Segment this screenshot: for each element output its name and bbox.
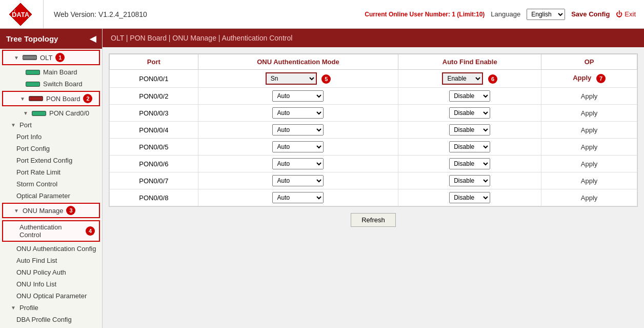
auth-mode-select[interactable]: SnAutoPasswordSn+Password — [272, 175, 324, 186]
apply-button-row2[interactable]: Apply — [581, 92, 598, 100]
sidebar-item-port[interactable]: ▼ Port — [0, 119, 102, 131]
sidebar-item-port-rate-limit[interactable]: Port Rate Limit — [0, 166, 102, 178]
table-row: PON0/0/4 SnAutoPasswordSn+Password Enabl… — [110, 122, 637, 139]
apply-button-row7[interactable]: Apply — [581, 177, 598, 185]
onu-auth-config-label: ONU Authentication Config — [16, 245, 96, 253]
apply-button-row5[interactable]: Apply — [581, 143, 598, 151]
apply-button-row4[interactable]: Apply — [581, 126, 598, 134]
refresh-button[interactable]: Refresh — [351, 213, 396, 227]
profile-expander: ▼ — [10, 305, 16, 311]
sidebar-item-onu-auth-config[interactable]: ONU Authentication Config — [0, 243, 102, 255]
apply-button-row1[interactable]: Apply — [573, 74, 591, 82]
onu-manage-expander: ▼ — [13, 208, 19, 214]
auto-find-cell: EnableDisable — [398, 189, 541, 206]
sidebar-item-storm-control[interactable]: Storm Control — [0, 178, 102, 190]
op-cell: Apply — [541, 189, 637, 206]
pon-board-badge: 2 — [83, 94, 92, 103]
sidebar-title: Tree Topology — [6, 34, 58, 43]
port-cell: PON0/0/4 — [110, 122, 198, 139]
collapse-arrow-icon[interactable]: ◀ — [90, 34, 96, 44]
sidebar-item-onu-policy-auth[interactable]: ONU Policy Auth — [0, 266, 102, 278]
sidebar-item-profile[interactable]: ▼ Profile — [0, 302, 102, 314]
breadcrumb-text: OLT | PON Board | ONU Manage | Authentic… — [111, 34, 292, 42]
port-cell: PON0/0/7 — [110, 172, 198, 189]
port-rate-label: Port Rate Limit — [16, 168, 61, 176]
auth-mode-select[interactable]: SnAutoPasswordSn+Password — [272, 192, 324, 203]
sidebar-item-onu-optical-param[interactable]: ONU Optical Parameter — [0, 290, 102, 302]
sidebar-item-port-extend-config[interactable]: Port Extend Config — [0, 155, 102, 166]
sidebar-item-port-config[interactable]: Port Config — [0, 143, 102, 155]
sidebar-item-dba-profile[interactable]: DBA Profile Config — [0, 314, 102, 325]
auth-mode-select[interactable]: Sn Auto Password Sn+Password — [266, 72, 317, 85]
apply-button-row8[interactable]: Apply — [581, 194, 598, 202]
sidebar-item-pon-card[interactable]: ▼ PON Card0/0 — [0, 107, 102, 119]
online-prefix: Current Online User Number: — [365, 11, 450, 18]
expand-icon: ▼ — [23, 110, 29, 116]
auto-find-select[interactable]: EnableDisable — [449, 90, 490, 102]
pon-board-label: PON Board — [46, 95, 80, 103]
sidebar-item-switch-board[interactable]: Switch Board — [0, 78, 102, 90]
badge-7: 7 — [596, 74, 606, 83]
port-config-label: Port Config — [16, 145, 50, 152]
col-header-auto-find: Auto Find Enable — [398, 54, 541, 70]
port-cell: PON0/0/5 — [110, 139, 198, 156]
auth-table: Port ONU Authentication Mode Auto Find E… — [109, 54, 637, 206]
auto-find-select[interactable]: EnableDisable — [449, 107, 490, 119]
auto-find-select[interactable]: EnableDisable — [449, 192, 490, 203]
op-cell: Apply — [541, 139, 637, 156]
language-select[interactable]: English Chinese — [527, 9, 565, 20]
optical-parameter-label: Optical Parameter — [16, 192, 70, 200]
table-body: PON0/0/1 Sn Auto Password Sn+Password 5 — [110, 70, 637, 206]
sidebar-item-pon-board[interactable]: ▼ PON Board 2 — [2, 91, 100, 106]
onu-policy-auth-label: ONU Policy Auth — [16, 268, 66, 276]
auth-table-container: Port ONU Authentication Mode Auto Find E… — [109, 53, 638, 207]
sidebar-item-auto-find-list[interactable]: Auto Find List — [0, 255, 102, 266]
auth-mode-select[interactable]: SnAutoPasswordSn+Password — [272, 90, 324, 102]
auth-mode-select[interactable]: SnAutoPasswordSn+Password — [272, 158, 324, 169]
auto-find-select[interactable]: EnableDisable — [449, 175, 490, 186]
auth-mode-cell: Sn Auto Password Sn+Password 5 — [198, 70, 398, 88]
sidebar-item-onu-info-list[interactable]: ONU Info List — [0, 278, 102, 290]
online-limit: (Limit:10) — [457, 11, 485, 18]
sidebar-item-port-info[interactable]: Port Info — [0, 131, 102, 143]
main-board-icon — [26, 70, 40, 75]
sidebar-item-auth-control[interactable]: Authentication Control 4 — [2, 220, 100, 242]
auto-find-select[interactable]: EnableDisable — [449, 124, 490, 136]
pon-card-label: PON Card0/0 — [49, 109, 89, 117]
auto-find-select[interactable]: EnableDisable — [449, 141, 490, 152]
sidebar-item-main-board[interactable]: Main Board — [0, 66, 102, 78]
olt-badge: 1 — [55, 53, 65, 62]
apply-button-row6[interactable]: Apply — [581, 160, 598, 168]
sidebar-item-olt[interactable]: ▼ OLT 1 — [2, 50, 100, 65]
port-info-label: Port Info — [16, 133, 42, 141]
badge-6: 6 — [488, 74, 497, 84]
sidebar-item-onu-manage[interactable]: ▼ ONU Manage 3 — [2, 203, 100, 218]
sidebar-header: Tree Topology ◀ — [0, 29, 102, 49]
exit-button[interactable]: ⏻ Exit — [616, 10, 636, 18]
pon-board-icon — [29, 96, 43, 101]
table-row: PON0/0/3 SnAutoPasswordSn+Password Enabl… — [110, 105, 637, 122]
auth-mode-cell: SnAutoPasswordSn+Password — [198, 189, 398, 206]
save-config-button[interactable]: Save Config — [571, 10, 610, 18]
auth-mode-select[interactable]: SnAutoPasswordSn+Password — [272, 124, 324, 136]
sidebar-item-optical-parameter[interactable]: Optical Parameter — [0, 190, 102, 202]
auto-find-select[interactable]: EnableDisable — [449, 158, 490, 169]
port-cell: PON0/0/8 — [110, 189, 198, 206]
main-layout: Tree Topology ◀ ▼ OLT 1 Main Board Switc… — [0, 29, 644, 328]
auth-mode-select[interactable]: SnAutoPasswordSn+Password — [272, 107, 324, 119]
refresh-area: Refresh — [109, 213, 638, 227]
auto-find-cell: EnableDisable — [398, 105, 541, 122]
main-board-label: Main Board — [43, 68, 77, 76]
auth-mode-select[interactable]: SnAutoPasswordSn+Password — [272, 141, 324, 152]
port-extend-config-label: Port Extend Config — [16, 157, 72, 164]
olt-expander: ▼ — [13, 55, 19, 61]
op-cell: Apply — [541, 105, 637, 122]
op-cell: Apply — [541, 88, 637, 105]
auto-find-cell: EnableDisable — [398, 172, 541, 189]
badge-5: 5 — [321, 74, 331, 84]
sidebar-item-line-profile[interactable]: Line Profile Config — [0, 325, 102, 328]
apply-button-row3[interactable]: Apply — [581, 109, 598, 117]
logo-area: DATA ⟨ — [8, 0, 44, 28]
col-header-port: Port — [110, 54, 198, 70]
auto-find-select[interactable]: Enable Disable — [442, 72, 483, 85]
